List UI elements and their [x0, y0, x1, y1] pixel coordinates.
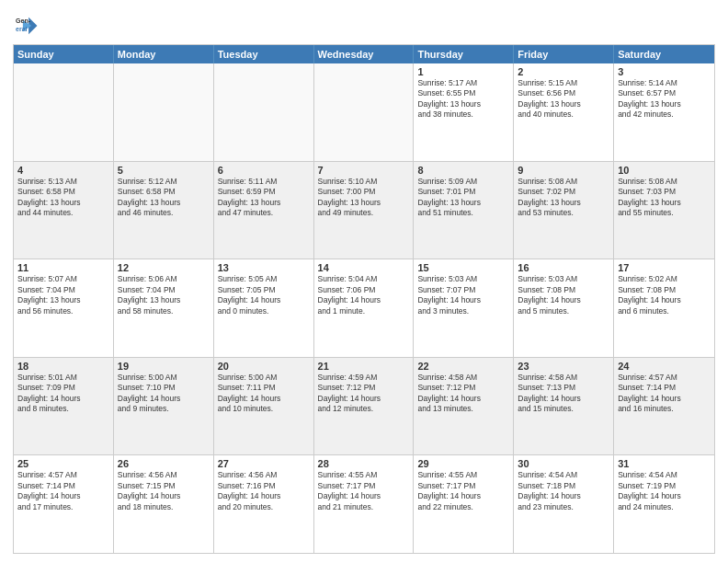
cal-cell-day-13: 13Sunrise: 5:05 AM Sunset: 7:05 PM Dayli… — [214, 259, 314, 357]
cal-cell-day-1: 1Sunrise: 5:17 AM Sunset: 6:55 PM Daylig… — [414, 63, 514, 161]
day-number: 23 — [518, 361, 609, 372]
cal-cell-day-28: 28Sunrise: 4:55 AM Sunset: 7:17 PM Dayli… — [314, 455, 415, 553]
cell-info: Sunrise: 4:58 AM Sunset: 7:13 PM Dayligh… — [518, 373, 609, 415]
cell-info: Sunrise: 5:00 AM Sunset: 7:10 PM Dayligh… — [118, 373, 210, 415]
cal-cell-day-31: 31Sunrise: 4:54 AM Sunset: 7:19 PM Dayli… — [614, 455, 714, 553]
cal-cell-empty — [314, 63, 415, 161]
calendar: SundayMondayTuesdayWednesdayThursdayFrid… — [13, 44, 715, 554]
svg-text:eral: eral — [16, 26, 28, 32]
day-number: 2 — [518, 66, 609, 77]
day-number: 20 — [218, 361, 310, 372]
cal-cell-day-11: 11Sunrise: 5:07 AM Sunset: 7:04 PM Dayli… — [14, 259, 114, 357]
cal-cell-day-30: 30Sunrise: 4:54 AM Sunset: 7:18 PM Dayli… — [514, 455, 614, 553]
calendar-header-row: SundayMondayTuesdayWednesdayThursdayFrid… — [14, 45, 714, 63]
logo: Gen- eral — [13, 13, 42, 39]
cell-info: Sunrise: 4:57 AM Sunset: 7:14 PM Dayligh… — [17, 470, 109, 512]
cell-info: Sunrise: 5:05 AM Sunset: 7:05 PM Dayligh… — [218, 274, 310, 316]
day-number: 19 — [118, 361, 210, 372]
cal-cell-day-10: 10Sunrise: 5:08 AM Sunset: 7:03 PM Dayli… — [614, 162, 714, 259]
cal-cell-day-22: 22Sunrise: 4:58 AM Sunset: 7:12 PM Dayli… — [414, 358, 514, 455]
cell-info: Sunrise: 5:15 AM Sunset: 6:56 PM Dayligh… — [518, 78, 609, 121]
calendar-body: 1Sunrise: 5:17 AM Sunset: 6:55 PM Daylig… — [14, 63, 714, 553]
day-number: 29 — [417, 458, 509, 469]
cal-cell-day-6: 6Sunrise: 5:11 AM Sunset: 6:59 PM Daylig… — [214, 162, 314, 259]
day-number: 6 — [218, 165, 310, 176]
cal-week-4: 18Sunrise: 5:01 AM Sunset: 7:09 PM Dayli… — [14, 358, 714, 456]
day-number: 27 — [218, 458, 310, 469]
header: Gen- eral — [13, 9, 715, 39]
calendar-page: Gen- eral SundayMondayTuesdayWednesdayTh… — [0, 0, 728, 563]
cal-cell-day-18: 18Sunrise: 5:01 AM Sunset: 7:09 PM Dayli… — [14, 358, 114, 455]
cal-header-saturday: Saturday — [614, 45, 714, 63]
cell-info: Sunrise: 5:03 AM Sunset: 7:08 PM Dayligh… — [518, 274, 609, 316]
cal-cell-day-15: 15Sunrise: 5:03 AM Sunset: 7:07 PM Dayli… — [414, 259, 514, 357]
cal-cell-empty — [214, 63, 314, 161]
cell-info: Sunrise: 4:54 AM Sunset: 7:19 PM Dayligh… — [618, 470, 711, 512]
day-number: 5 — [118, 165, 210, 176]
cal-week-3: 11Sunrise: 5:07 AM Sunset: 7:04 PM Dayli… — [14, 259, 714, 358]
svg-text:Gen-: Gen- — [16, 17, 31, 24]
day-number: 25 — [17, 458, 109, 469]
day-number: 18 — [17, 361, 109, 372]
day-number: 30 — [518, 458, 609, 469]
cell-info: Sunrise: 4:59 AM Sunset: 7:12 PM Dayligh… — [318, 373, 410, 415]
logo-icon: Gen- eral — [13, 13, 39, 39]
cell-info: Sunrise: 5:14 AM Sunset: 6:57 PM Dayligh… — [618, 78, 711, 121]
cell-info: Sunrise: 5:08 AM Sunset: 7:02 PM Dayligh… — [518, 177, 609, 219]
day-number: 8 — [417, 165, 509, 176]
day-number: 1 — [417, 66, 509, 77]
cal-cell-day-29: 29Sunrise: 4:55 AM Sunset: 7:17 PM Dayli… — [414, 455, 514, 553]
day-number: 31 — [618, 458, 711, 469]
day-number: 11 — [17, 262, 109, 273]
cell-info: Sunrise: 5:03 AM Sunset: 7:07 PM Dayligh… — [417, 274, 509, 316]
cell-info: Sunrise: 5:08 AM Sunset: 7:03 PM Dayligh… — [618, 177, 711, 219]
day-number: 4 — [17, 165, 109, 176]
day-number: 22 — [417, 361, 509, 372]
day-number: 16 — [518, 262, 609, 273]
cal-cell-day-26: 26Sunrise: 4:56 AM Sunset: 7:15 PM Dayli… — [114, 455, 214, 553]
cell-info: Sunrise: 5:06 AM Sunset: 7:04 PM Dayligh… — [118, 274, 210, 316]
cal-cell-day-16: 16Sunrise: 5:03 AM Sunset: 7:08 PM Dayli… — [514, 259, 614, 357]
cell-info: Sunrise: 4:55 AM Sunset: 7:17 PM Dayligh… — [417, 470, 509, 512]
cell-info: Sunrise: 5:04 AM Sunset: 7:06 PM Dayligh… — [318, 274, 410, 316]
cell-info: Sunrise: 4:57 AM Sunset: 7:14 PM Dayligh… — [618, 373, 711, 415]
cal-week-1: 1Sunrise: 5:17 AM Sunset: 6:55 PM Daylig… — [14, 63, 714, 162]
day-number: 13 — [218, 262, 310, 273]
day-number: 3 — [618, 66, 711, 77]
cal-cell-day-9: 9Sunrise: 5:08 AM Sunset: 7:02 PM Daylig… — [514, 162, 614, 259]
cell-info: Sunrise: 5:11 AM Sunset: 6:59 PM Dayligh… — [218, 177, 310, 219]
cell-info: Sunrise: 5:02 AM Sunset: 7:08 PM Dayligh… — [618, 274, 711, 316]
cell-info: Sunrise: 5:01 AM Sunset: 7:09 PM Dayligh… — [17, 373, 109, 415]
cal-cell-day-12: 12Sunrise: 5:06 AM Sunset: 7:04 PM Dayli… — [114, 259, 214, 357]
cal-header-monday: Monday — [114, 45, 214, 63]
cal-cell-day-5: 5Sunrise: 5:12 AM Sunset: 6:58 PM Daylig… — [114, 162, 214, 259]
cal-cell-day-19: 19Sunrise: 5:00 AM Sunset: 7:10 PM Dayli… — [114, 358, 214, 455]
cal-cell-day-14: 14Sunrise: 5:04 AM Sunset: 7:06 PM Dayli… — [314, 259, 415, 357]
cal-header-friday: Friday — [514, 45, 614, 63]
cell-info: Sunrise: 5:13 AM Sunset: 6:58 PM Dayligh… — [17, 177, 109, 219]
day-number: 7 — [318, 165, 410, 176]
cal-cell-empty — [14, 63, 114, 161]
cell-info: Sunrise: 5:00 AM Sunset: 7:11 PM Dayligh… — [218, 373, 310, 415]
cell-info: Sunrise: 5:07 AM Sunset: 7:04 PM Dayligh… — [17, 274, 109, 316]
cal-header-sunday: Sunday — [14, 45, 114, 63]
day-number: 28 — [318, 458, 410, 469]
cell-info: Sunrise: 4:56 AM Sunset: 7:15 PM Dayligh… — [118, 470, 210, 512]
day-number: 24 — [618, 361, 711, 372]
cell-info: Sunrise: 4:55 AM Sunset: 7:17 PM Dayligh… — [318, 470, 410, 512]
day-number: 10 — [618, 165, 711, 176]
cal-cell-day-17: 17Sunrise: 5:02 AM Sunset: 7:08 PM Dayli… — [614, 259, 714, 357]
cal-header-wednesday: Wednesday — [314, 45, 415, 63]
cal-cell-day-23: 23Sunrise: 4:58 AM Sunset: 7:13 PM Dayli… — [514, 358, 614, 455]
day-number: 9 — [518, 165, 609, 176]
cell-info: Sunrise: 5:09 AM Sunset: 7:01 PM Dayligh… — [417, 177, 509, 219]
cal-cell-day-2: 2Sunrise: 5:15 AM Sunset: 6:56 PM Daylig… — [514, 63, 614, 161]
day-number: 12 — [118, 262, 210, 273]
cal-header-tuesday: Tuesday — [214, 45, 314, 63]
cell-info: Sunrise: 5:10 AM Sunset: 7:00 PM Dayligh… — [318, 177, 410, 219]
cal-cell-day-20: 20Sunrise: 5:00 AM Sunset: 7:11 PM Dayli… — [214, 358, 314, 455]
day-number: 26 — [118, 458, 210, 469]
cell-info: Sunrise: 4:54 AM Sunset: 7:18 PM Dayligh… — [518, 470, 609, 512]
cal-cell-day-25: 25Sunrise: 4:57 AM Sunset: 7:14 PM Dayli… — [14, 455, 114, 553]
cal-cell-empty — [114, 63, 214, 161]
